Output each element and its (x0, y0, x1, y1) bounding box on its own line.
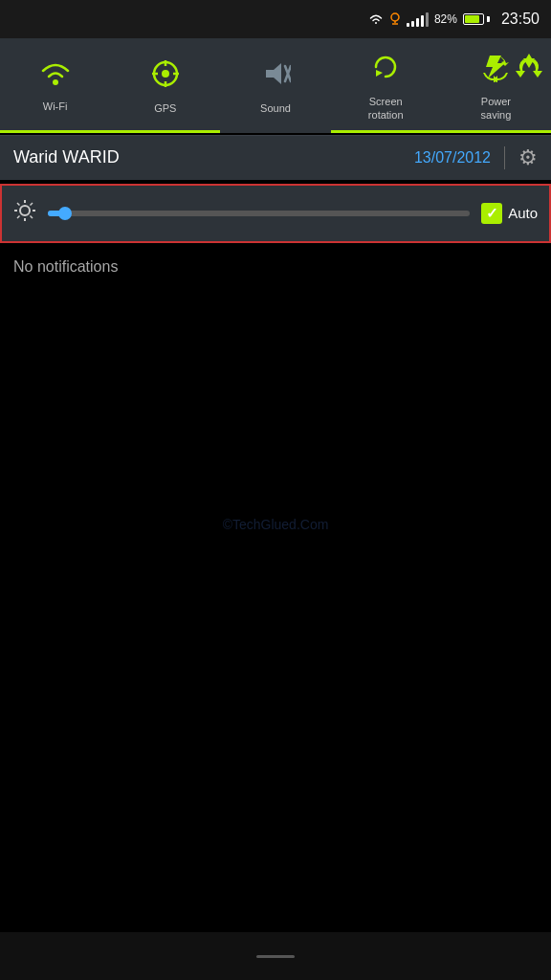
date-display: 13/07/2012 (414, 149, 491, 167)
auto-brightness-wrap: ✓ Auto (481, 203, 538, 224)
svg-line-21 (31, 203, 33, 206)
svg-point-14 (20, 206, 30, 215)
brightness-slider[interactable] (48, 211, 470, 216)
notification-dot-icon (389, 12, 401, 26)
qs-screen-rotation-label: Screenrotation (368, 95, 404, 122)
qs-wifi[interactable]: Wi-Fi (0, 38, 110, 133)
power-saving-icon (480, 52, 511, 89)
carrier-name: Warid WARID (13, 147, 414, 167)
brightness-row: ✓ Auto (0, 184, 551, 243)
bottom-nav-bar (0, 932, 551, 980)
auto-brightness-checkbox[interactable]: ✓ (481, 203, 502, 224)
svg-point-0 (391, 13, 399, 21)
qs-gps[interactable]: GPS (110, 38, 220, 133)
svg-point-3 (53, 79, 58, 85)
status-time: 23:50 (501, 11, 540, 28)
battery-percent: 82% (434, 12, 457, 26)
svg-line-22 (17, 215, 20, 218)
svg-marker-10 (266, 63, 281, 84)
qs-sound[interactable]: Sound (220, 38, 330, 133)
auto-brightness-label: Auto (508, 205, 538, 221)
wifi-icon (39, 60, 72, 94)
qs-power-saving[interactable]: Powersaving (441, 38, 551, 133)
info-bar: Warid WARID 13/07/2012 ⚙ (0, 135, 551, 180)
svg-line-20 (31, 215, 33, 218)
home-indicator[interactable] (256, 955, 295, 958)
divider (504, 146, 505, 169)
brightness-icon (13, 199, 36, 228)
watermark: ©TechGlued.Com (223, 517, 329, 532)
svg-point-5 (162, 70, 169, 78)
signal-icon (407, 11, 429, 27)
gps-icon (150, 58, 181, 96)
sound-icon (260, 58, 291, 96)
qs-sound-label: Sound (260, 101, 291, 115)
qs-screen-rotation[interactable]: Screenrotation (331, 38, 441, 133)
qs-wifi-label: Wi-Fi (43, 100, 68, 113)
svg-marker-13 (376, 70, 383, 77)
status-bar: 82% 23:50 (0, 0, 551, 38)
svg-line-19 (17, 203, 20, 206)
settings-gear-icon[interactable]: ⚙ (518, 145, 538, 170)
quick-settings-panel: Wi-Fi GPS Sound (0, 38, 551, 133)
notifications-area: No notifications (0, 243, 551, 291)
qs-gps-label: GPS (154, 101, 176, 115)
qs-power-saving-label: Powersaving (481, 95, 512, 122)
battery-icon (463, 13, 490, 25)
brightness-thumb (58, 207, 72, 220)
rotation-icon (370, 52, 401, 89)
wifi-status-icon (368, 12, 384, 26)
no-notifications-text: No notifications (13, 258, 118, 275)
